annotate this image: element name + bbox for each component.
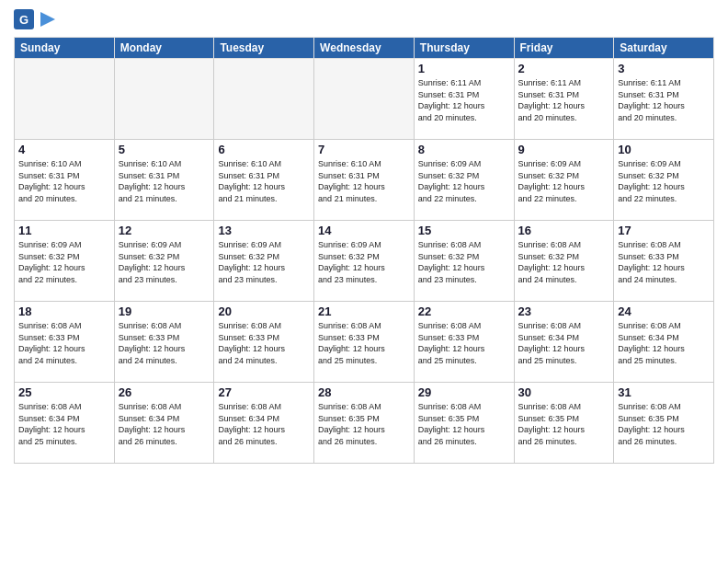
day-info: Sunrise: 6:08 AM Sunset: 6:33 PM Dayligh… [418,320,510,366]
day-number: 1 [418,62,510,75]
logo-icon: G [14,9,34,29]
day-info: Sunrise: 6:08 AM Sunset: 6:33 PM Dayligh… [18,320,110,366]
calendar-cell: 5Sunrise: 6:10 AM Sunset: 6:31 PM Daylig… [114,140,214,221]
calendar-cell: 14Sunrise: 6:09 AM Sunset: 6:32 PM Dayli… [314,221,415,302]
day-number: 14 [318,224,410,237]
day-info: Sunrise: 6:10 AM Sunset: 6:31 PM Dayligh… [318,158,410,204]
day-info: Sunrise: 6:11 AM Sunset: 6:31 PM Dayligh… [618,77,710,123]
day-number: 13 [218,224,310,237]
week-row-2: 11Sunrise: 6:09 AM Sunset: 6:32 PM Dayli… [15,221,714,302]
day-info: Sunrise: 6:08 AM Sunset: 6:33 PM Dayligh… [318,320,410,366]
day-info: Sunrise: 6:08 AM Sunset: 6:32 PM Dayligh… [518,239,610,285]
calendar-cell [214,59,314,140]
weekday-header-row: SundayMondayTuesdayWednesdayThursdayFrid… [15,38,714,59]
calendar-cell [15,59,115,140]
day-info: Sunrise: 6:08 AM Sunset: 6:34 PM Dayligh… [518,320,610,366]
day-number: 5 [119,143,210,156]
day-number: 24 [618,304,710,318]
calendar-cell: 23Sunrise: 6:08 AM Sunset: 6:34 PM Dayli… [514,302,614,383]
day-info: Sunrise: 6:08 AM Sunset: 6:34 PM Dayligh… [618,320,710,366]
calendar-table: SundayMondayTuesdayWednesdayThursdayFrid… [14,37,714,464]
calendar-cell: 19Sunrise: 6:08 AM Sunset: 6:33 PM Dayli… [114,302,214,383]
calendar-cell: 30Sunrise: 6:08 AM Sunset: 6:35 PM Dayli… [514,383,614,464]
calendar-cell: 20Sunrise: 6:08 AM Sunset: 6:33 PM Dayli… [214,302,314,383]
day-info: Sunrise: 6:10 AM Sunset: 6:31 PM Dayligh… [119,158,210,204]
calendar-cell: 4Sunrise: 6:10 AM Sunset: 6:31 PM Daylig… [15,140,115,221]
weekday-header-saturday: Saturday [614,38,714,59]
day-number: 9 [518,143,610,156]
weekday-header-friday: Friday [514,38,614,59]
day-info: Sunrise: 6:08 AM Sunset: 6:33 PM Dayligh… [618,239,710,285]
calendar-cell: 3Sunrise: 6:11 AM Sunset: 6:31 PM Daylig… [614,59,714,140]
calendar-cell: 11Sunrise: 6:09 AM Sunset: 6:32 PM Dayli… [15,221,115,302]
svg-marker-2 [40,12,55,27]
day-number: 23 [518,304,610,318]
day-info: Sunrise: 6:11 AM Sunset: 6:31 PM Dayligh… [518,77,610,123]
day-info: Sunrise: 6:10 AM Sunset: 6:31 PM Dayligh… [18,158,110,204]
calendar-cell: 16Sunrise: 6:08 AM Sunset: 6:32 PM Dayli… [514,221,614,302]
day-info: Sunrise: 6:09 AM Sunset: 6:32 PM Dayligh… [18,239,110,285]
day-info: Sunrise: 6:11 AM Sunset: 6:31 PM Dayligh… [418,77,510,123]
day-info: Sunrise: 6:08 AM Sunset: 6:35 PM Dayligh… [318,401,410,447]
day-number: 7 [318,143,410,156]
weekday-header-thursday: Thursday [414,38,514,59]
logo: G [14,9,55,29]
day-number: 6 [218,143,310,156]
day-info: Sunrise: 6:08 AM Sunset: 6:33 PM Dayligh… [218,320,310,366]
page: G SundayMondayTuesdayWednesdayThursdayFr… [0,0,728,563]
calendar-cell: 2Sunrise: 6:11 AM Sunset: 6:31 PM Daylig… [514,59,614,140]
weekday-header-sunday: Sunday [15,38,115,59]
calendar-cell: 28Sunrise: 6:08 AM Sunset: 6:35 PM Dayli… [314,383,415,464]
calendar-cell: 8Sunrise: 6:09 AM Sunset: 6:32 PM Daylig… [414,140,514,221]
day-number: 2 [518,62,610,75]
day-info: Sunrise: 6:08 AM Sunset: 6:32 PM Dayligh… [418,239,510,285]
day-number: 27 [218,385,310,399]
day-info: Sunrise: 6:08 AM Sunset: 6:34 PM Dayligh… [18,401,110,447]
day-number: 19 [119,304,210,318]
calendar-cell: 7Sunrise: 6:10 AM Sunset: 6:31 PM Daylig… [314,140,415,221]
calendar-cell: 31Sunrise: 6:08 AM Sunset: 6:35 PM Dayli… [614,383,714,464]
calendar-cell: 22Sunrise: 6:08 AM Sunset: 6:33 PM Dayli… [414,302,514,383]
weekday-header-monday: Monday [114,38,214,59]
calendar-cell: 29Sunrise: 6:08 AM Sunset: 6:35 PM Dayli… [414,383,514,464]
calendar-cell: 26Sunrise: 6:08 AM Sunset: 6:34 PM Dayli… [114,383,214,464]
calendar-cell: 24Sunrise: 6:08 AM Sunset: 6:34 PM Dayli… [614,302,714,383]
day-number: 30 [518,385,610,399]
calendar-cell: 12Sunrise: 6:09 AM Sunset: 6:32 PM Dayli… [114,221,214,302]
day-info: Sunrise: 6:08 AM Sunset: 6:33 PM Dayligh… [119,320,210,366]
day-number: 12 [119,224,210,237]
day-info: Sunrise: 6:08 AM Sunset: 6:35 PM Dayligh… [518,401,610,447]
day-info: Sunrise: 6:09 AM Sunset: 6:32 PM Dayligh… [318,239,410,285]
svg-text:G: G [19,13,28,27]
day-number: 3 [618,62,710,75]
day-info: Sunrise: 6:08 AM Sunset: 6:34 PM Dayligh… [119,401,210,447]
day-number: 26 [119,385,210,399]
day-number: 31 [618,385,710,399]
day-number: 29 [418,385,510,399]
day-info: Sunrise: 6:09 AM Sunset: 6:32 PM Dayligh… [418,158,510,204]
week-row-0: 1Sunrise: 6:11 AM Sunset: 6:31 PM Daylig… [15,59,714,140]
calendar-cell: 6Sunrise: 6:10 AM Sunset: 6:31 PM Daylig… [214,140,314,221]
day-info: Sunrise: 6:08 AM Sunset: 6:34 PM Dayligh… [218,401,310,447]
day-number: 15 [418,224,510,237]
weekday-header-tuesday: Tuesday [214,38,314,59]
calendar-cell: 10Sunrise: 6:09 AM Sunset: 6:32 PM Dayli… [614,140,714,221]
calendar-cell: 27Sunrise: 6:08 AM Sunset: 6:34 PM Dayli… [214,383,314,464]
calendar-cell: 17Sunrise: 6:08 AM Sunset: 6:33 PM Dayli… [614,221,714,302]
day-info: Sunrise: 6:09 AM Sunset: 6:32 PM Dayligh… [518,158,610,204]
logo-arrow-icon [40,12,55,27]
day-info: Sunrise: 6:09 AM Sunset: 6:32 PM Dayligh… [119,239,210,285]
calendar-cell: 25Sunrise: 6:08 AM Sunset: 6:34 PM Dayli… [15,383,115,464]
calendar-cell: 21Sunrise: 6:08 AM Sunset: 6:33 PM Dayli… [314,302,415,383]
day-number: 11 [18,224,110,237]
calendar-cell: 13Sunrise: 6:09 AM Sunset: 6:32 PM Dayli… [214,221,314,302]
day-number: 28 [318,385,410,399]
day-number: 16 [518,224,610,237]
day-info: Sunrise: 6:10 AM Sunset: 6:31 PM Dayligh… [218,158,310,204]
header: G [14,9,714,29]
calendar-cell: 15Sunrise: 6:08 AM Sunset: 6:32 PM Dayli… [414,221,514,302]
calendar-cell [114,59,214,140]
day-info: Sunrise: 6:08 AM Sunset: 6:35 PM Dayligh… [618,401,710,447]
day-number: 18 [18,304,110,318]
day-number: 25 [18,385,110,399]
